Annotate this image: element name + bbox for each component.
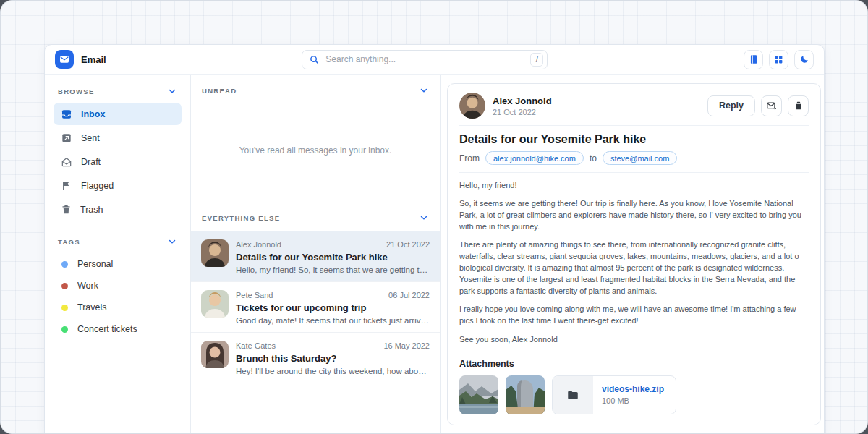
mail-item-pete[interactable]: Pete Sand 06 Jul 2022 Tickets for our up… [191, 282, 440, 333]
mail-preview: Hey! I'll be around the city this weeken… [236, 367, 430, 375]
everything-else-section: EVERYTHING ELSE Alex Jonno [191, 203, 440, 383]
unread-section: UNREAD You've read all messages in your … [191, 75, 440, 203]
sidebar-item-draft[interactable]: Draft [54, 150, 182, 173]
file-info: videos-hike.zip 100 MB [593, 384, 676, 405]
search-placeholder: Search anything... [326, 54, 524, 64]
app-body: BROWSE Inbox Sent [45, 75, 824, 434]
unread-label: UNREAD [202, 87, 237, 95]
mail-body: Hello, my friend! So, it seems we are ge… [459, 179, 809, 345]
mail-date: 06 Jul 2022 [388, 291, 430, 299]
mail-item-alex[interactable]: Alex Jonnold 21 Oct 2022 Details for our… [191, 231, 440, 282]
from-to-row: From alex.jonnold@hike.com to steve@mail… [459, 151, 809, 165]
flag-icon [61, 180, 72, 192]
mail-title: Brunch this Saturday? [236, 353, 430, 364]
attachment-photo-halfdome[interactable] [506, 375, 545, 414]
search-icon [309, 54, 320, 65]
draft-envelope-icon [61, 156, 72, 168]
mail-paragraph: See you soon, Alex Jonnold [459, 333, 809, 345]
avatar [201, 290, 229, 318]
delete-button[interactable] [788, 95, 809, 116]
mail-paragraph: So, it seems we are getting there! Our t… [459, 197, 809, 232]
tags-label: TAGS [58, 238, 80, 246]
sidebar-item-sent[interactable]: Sent [54, 127, 182, 149]
attachment-file-card[interactable]: videos-hike.zip 100 MB [552, 375, 676, 414]
sidebar-item-label: Flagged [81, 181, 114, 191]
tag-travels[interactable]: Travels [54, 297, 182, 318]
book-icon [749, 54, 759, 64]
browse-label: BROWSE [58, 88, 95, 95]
tag-label: Travels [77, 302, 107, 312]
mail-title: Details for our Yosemite Park hike [236, 252, 430, 263]
tags-section: TAGS Personal Work [54, 235, 182, 340]
divider [459, 352, 809, 352]
email-app-window: Email Search anything... / [44, 44, 825, 434]
trash-icon [793, 101, 804, 111]
mail-sender: Alex Jonnold [236, 240, 281, 249]
folder-icon [553, 376, 593, 414]
tag-color-dot [61, 283, 68, 289]
sidebar-item-inbox[interactable]: Inbox [54, 103, 182, 125]
tag-color-dot [61, 305, 68, 311]
mail-item-content: Pete Sand 06 Jul 2022 Tickets for our up… [236, 290, 430, 325]
avatar [201, 239, 229, 267]
app-header: Email Search anything... / [45, 45, 824, 75]
mail-item-content: Alex Jonnold 21 Oct 2022 Details for our… [236, 239, 430, 274]
sidebar: BROWSE Inbox Sent [45, 75, 191, 434]
tag-work[interactable]: Work [54, 275, 182, 297]
from-label: From [459, 153, 480, 163]
sidebar-item-flagged[interactable]: Flagged [54, 174, 182, 197]
search-area: Search anything... / [106, 50, 744, 69]
avatar [201, 341, 229, 368]
tag-color-dot [61, 326, 68, 333]
attachments-label: Attachments [459, 359, 809, 369]
apps-button[interactable] [769, 50, 788, 69]
header-actions [744, 50, 814, 69]
everything-else-header: EVERYTHING ELSE [191, 203, 440, 231]
moon-icon [799, 54, 809, 64]
sidebar-item-label: Inbox [81, 109, 105, 119]
forward-button[interactable] [761, 95, 782, 116]
tag-concert-tickets[interactable]: Concert tickets [54, 318, 182, 340]
to-email-chip[interactable]: steve@mail.com [603, 151, 677, 165]
mail-subject: Details for our Yosemite Park hike [459, 133, 809, 146]
detail-header: Alex Jonnold 21 Oct 2022 Reply [459, 93, 809, 119]
unread-section-header: UNREAD [191, 75, 440, 102]
reply-button[interactable]: Reply [707, 95, 755, 116]
sender-info: Alex Jonnold 21 Oct 2022 [493, 95, 552, 116]
chevron-down-icon[interactable] [167, 237, 177, 247]
sidebar-item-trash[interactable]: Trash [54, 198, 182, 221]
mail-item-content: Kate Gates 16 May 2022 Brunch this Satur… [236, 341, 430, 375]
sent-icon [61, 132, 72, 144]
sidebar-item-label: Sent [81, 133, 100, 143]
mail-preview: Hello, my friend! So, it seems that we a… [236, 265, 430, 274]
chevron-down-icon[interactable] [167, 86, 177, 96]
dark-mode-toggle[interactable] [794, 50, 814, 69]
unread-empty-message: You've read all messages in your inbox. [191, 102, 440, 203]
mail-list-column: UNREAD You've read all messages in your … [191, 75, 441, 434]
inbox-icon [61, 109, 72, 120]
avatar [459, 93, 485, 119]
attachment-photo-valley[interactable] [459, 375, 498, 414]
search-shortcut-key: / [530, 53, 543, 67]
docs-button[interactable] [744, 50, 763, 69]
mail-date: 16 May 2022 [383, 341, 430, 350]
mail-date: 21 Oct 2022 [386, 240, 430, 249]
chevron-down-icon[interactable] [419, 85, 429, 95]
mail-sender: Pete Sand [236, 291, 273, 299]
from-email-chip[interactable]: alex.jonnold@hike.com [485, 151, 584, 165]
tag-label: Concert tickets [77, 324, 137, 334]
search-input[interactable]: Search anything... / [302, 50, 548, 69]
file-size: 100 MB [602, 396, 664, 405]
mail-item-kate[interactable]: Kate Gates 16 May 2022 Brunch this Satur… [191, 333, 440, 383]
forward-mail-icon [766, 101, 777, 111]
chevron-down-icon[interactable] [419, 213, 429, 223]
sender-date: 21 Oct 2022 [493, 108, 552, 116]
attachments-row: videos-hike.zip 100 MB [459, 375, 809, 414]
divider [459, 172, 809, 173]
tag-personal[interactable]: Personal [54, 253, 182, 275]
tag-color-dot [61, 261, 68, 268]
tags-section-header: TAGS [54, 235, 182, 253]
detail-actions: Reply [707, 95, 809, 116]
app-title: Email [81, 54, 106, 65]
sender-name: Alex Jonnold [493, 95, 552, 106]
